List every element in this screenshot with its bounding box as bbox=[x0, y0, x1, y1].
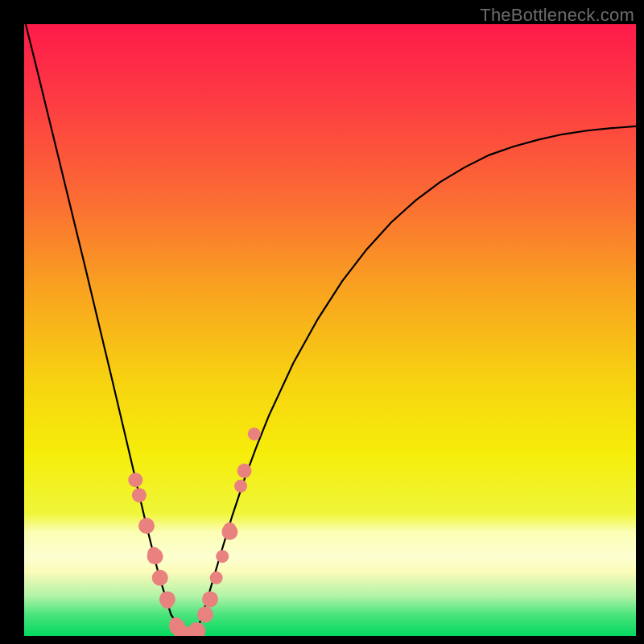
chart-svg bbox=[24, 24, 636, 636]
curve-marker bbox=[210, 572, 223, 584]
curve-marker bbox=[197, 606, 213, 622]
curve-marker bbox=[147, 547, 160, 559]
watermark-text: TheBottleneck.com bbox=[480, 5, 634, 26]
curve-marker bbox=[152, 570, 168, 586]
curve-marker bbox=[234, 480, 247, 493]
plot-area bbox=[24, 24, 636, 636]
curve-marker bbox=[159, 591, 175, 607]
curve-marker bbox=[248, 427, 261, 440]
curve-marker bbox=[128, 473, 142, 487]
curve-marker bbox=[202, 591, 218, 607]
chart-frame: TheBottleneck.com bbox=[0, 0, 644, 644]
curve-marker bbox=[216, 550, 229, 563]
gradient-background bbox=[24, 24, 636, 636]
curve-marker bbox=[237, 464, 252, 478]
curve-marker bbox=[138, 518, 155, 534]
curve-marker bbox=[223, 522, 236, 535]
curve-marker bbox=[132, 488, 147, 502]
